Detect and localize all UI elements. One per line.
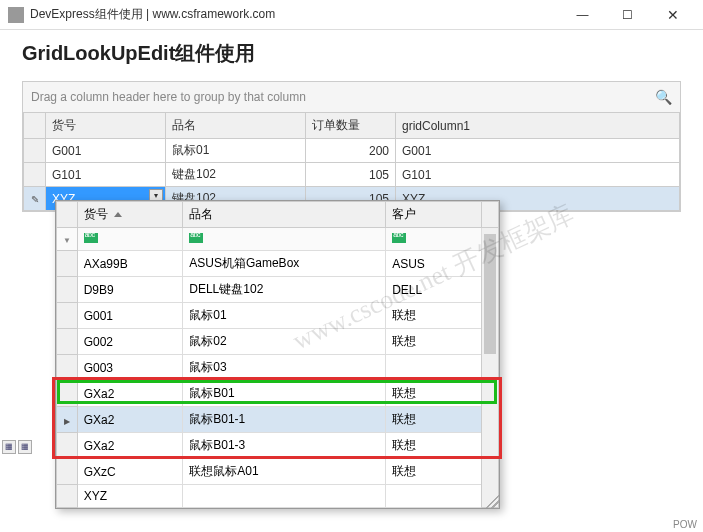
popup-resize-grip[interactable]	[485, 494, 499, 508]
cell-gc1[interactable]: G001	[396, 139, 680, 163]
popup-row[interactable]: D9B9DELL键盘102DELL	[57, 277, 499, 303]
row-indicator	[24, 139, 46, 163]
popup-row[interactable]: G003鼠标03	[57, 355, 499, 381]
auto-filter-row[interactable]	[57, 228, 499, 251]
cell-qty[interactable]: 105	[306, 163, 396, 187]
status-bar: POW	[667, 517, 703, 532]
search-icon[interactable]: 🔍	[655, 89, 672, 105]
col-header-sku[interactable]: 货号	[46, 113, 166, 139]
filter-abc-icon	[84, 233, 98, 243]
group-panel-placeholder: Drag a column header here to group by th…	[31, 90, 306, 104]
side-tool-icons: ▦ ▦	[2, 440, 32, 454]
popup-col-name[interactable]: 品名	[183, 202, 386, 228]
window-title: DevExpress组件使用 | www.csframework.com	[30, 6, 560, 23]
maximize-button[interactable]: ☐	[605, 0, 650, 30]
row-indicator	[24, 163, 46, 187]
popup-row[interactable]: GXa2鼠标B01-3联想	[57, 433, 499, 459]
group-panel[interactable]: Drag a column header here to group by th…	[22, 81, 681, 113]
popup-row-header-col	[57, 202, 78, 228]
cell-qty[interactable]: 200	[306, 139, 396, 163]
col-header-name[interactable]: 品名	[166, 113, 306, 139]
popup-row-selected[interactable]: GXa2鼠标B01-1联想	[57, 407, 499, 433]
table-row[interactable]: G101 键盘102 105 G101	[24, 163, 680, 187]
popup-row[interactable]: GXzC联想鼠标A01联想	[57, 459, 499, 485]
popup-scrollbar[interactable]	[482, 228, 498, 507]
filter-cell-sku[interactable]	[77, 228, 183, 251]
cell-sku[interactable]: G001	[46, 139, 166, 163]
cell-name[interactable]: 鼠标01	[166, 139, 306, 163]
popup-scrollbar-cell	[482, 228, 499, 508]
popup-row[interactable]: G001鼠标01联想	[57, 303, 499, 329]
app-icon	[8, 7, 24, 23]
titlebar: DevExpress组件使用 | www.csframework.com — ☐…	[0, 0, 703, 30]
row-header-col	[24, 113, 46, 139]
popup-scrollbar-thumb[interactable]	[484, 234, 496, 354]
popup-row[interactable]: GXa2鼠标B01联想	[57, 381, 499, 407]
main-grid[interactable]: 货号 品名 订单数量 gridColumn1 G001 鼠标01 200 G00…	[22, 113, 681, 212]
col-header-gridcolumn1[interactable]: gridColumn1	[396, 113, 680, 139]
filter-abc-icon	[392, 233, 406, 243]
filter-cell-customer[interactable]	[386, 228, 482, 251]
row-indicator-edit	[24, 187, 46, 211]
filter-abc-icon	[189, 233, 203, 243]
cell-sku[interactable]: G101	[46, 163, 166, 187]
popup-col-customer[interactable]: 客户	[386, 202, 482, 228]
filter-cell-name[interactable]	[183, 228, 386, 251]
table-row[interactable]: G001 鼠标01 200 G001	[24, 139, 680, 163]
popup-row[interactable]: XYZ	[57, 485, 499, 508]
popup-row[interactable]: G002鼠标02联想	[57, 329, 499, 355]
col-header-qty[interactable]: 订单数量	[306, 113, 396, 139]
close-button[interactable]: ✕	[650, 0, 695, 30]
tool-icon-2[interactable]: ▦	[18, 440, 32, 454]
filter-row-indicator	[57, 228, 78, 251]
minimize-button[interactable]: —	[560, 0, 605, 30]
cell-name[interactable]: 键盘102	[166, 163, 306, 187]
page-title: GridLookUpEdit组件使用	[0, 30, 703, 81]
cell-gc1[interactable]: G101	[396, 163, 680, 187]
popup-scroll-header	[482, 202, 499, 228]
lookup-popup[interactable]: 货号 品名 客户 AXa99BASUS机箱GameBoxASUS D9B9DEL…	[55, 200, 500, 509]
tool-icon-1[interactable]: ▦	[2, 440, 16, 454]
popup-col-sku[interactable]: 货号	[77, 202, 183, 228]
popup-row[interactable]: AXa99BASUS机箱GameBoxASUS	[57, 251, 499, 277]
sort-asc-icon	[114, 212, 122, 217]
